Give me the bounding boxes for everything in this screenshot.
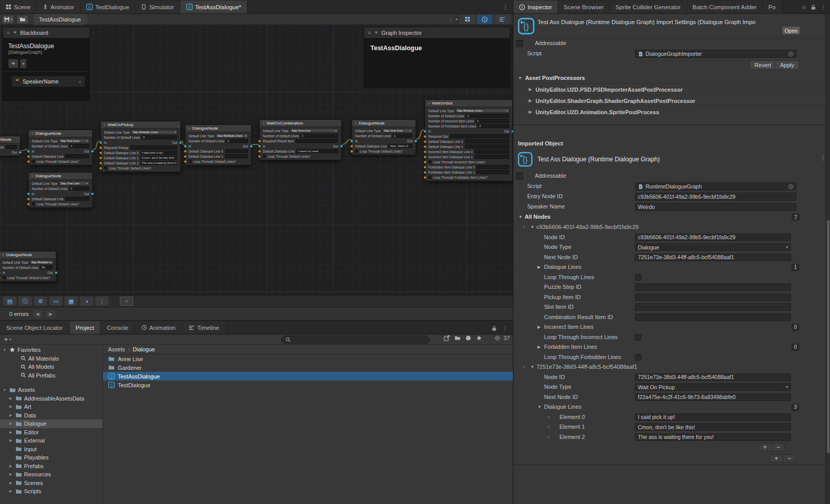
text-field[interactable]: 7251e73e-38d3-44ff-a8c5-bcf54088aaf1 <box>635 254 791 261</box>
node-checkbox[interactable] <box>355 150 358 153</box>
tree-folder-art[interactable]: ▶Art <box>0 403 102 411</box>
text-field[interactable] <box>635 283 791 291</box>
graph-node-dialoguenode[interactable]: ≡DialogueNodeDefault Line TypeSay Multip… <box>185 124 252 165</box>
string-port-icon[interactable] <box>99 146 102 149</box>
inspector-tab-po[interactable]: Po <box>763 1 782 13</box>
string-port-icon[interactable] <box>424 135 426 138</box>
node-text-field[interactable] <box>65 197 89 201</box>
foldout-arrow-icon[interactable]: ▼ <box>537 405 542 409</box>
string-port-icon[interactable] <box>424 171 426 174</box>
string-port-icon[interactable] <box>424 176 426 179</box>
package-filter-icon[interactable] <box>465 335 471 341</box>
node-text-field[interactable] <box>476 165 509 169</box>
kebab-menu-icon[interactable]: ⋮ <box>503 4 513 13</box>
blackboard-panel[interactable]: ≡ ▼ Blackboard TestAssDialogue (Dialogue… <box>3 27 90 101</box>
text-field[interactable] <box>635 293 791 301</box>
node-text-field[interactable]: 2 <box>478 124 509 128</box>
foldout-arrow-icon[interactable]: ▼ <box>2 348 7 352</box>
string-port-icon[interactable] <box>27 203 30 205</box>
output-port-icon[interactable] <box>55 271 57 274</box>
string-port-icon[interactable] <box>424 151 426 153</box>
graph-inspector-panel[interactable]: ≡ ▼ Graph Inspector TestAssDialogue <box>364 27 510 88</box>
array-size-field[interactable]: 0 <box>792 344 799 351</box>
hidden-items-toggle[interactable]: 37 <box>494 335 510 341</box>
node-title-bar[interactable]: ≡WaitOnCombination <box>260 120 341 127</box>
node-dropdown[interactable]: Say Multiple Lines▾ <box>216 134 248 138</box>
load-graph-button[interactable] <box>16 15 29 24</box>
string-port-icon[interactable] <box>184 155 186 158</box>
foldout-arrow-icon[interactable]: ▼ <box>530 365 534 369</box>
blackboard-header[interactable]: ≡ ▼ Blackboard <box>3 27 89 38</box>
add-element-button[interactable]: + <box>759 444 772 451</box>
node-checkbox[interactable] <box>104 166 107 170</box>
save-graph-button[interactable]: ▾ <box>2 15 14 24</box>
string-port-icon[interactable] <box>99 157 102 159</box>
graph-canvas[interactable]: ≡ ▼ Blackboard TestAssDialogue (Dialogue… <box>0 25 513 295</box>
graph-node-waitonpickup[interactable]: ≡WaitOnPickupDefault Line TypeSay Multip… <box>100 121 181 172</box>
inspector-tab-scene-browser[interactable]: Scene Browser <box>558 1 610 13</box>
file-row-gardener[interactable]: Gardener <box>103 363 513 372</box>
input-port-icon[interactable] <box>0 271 1 274</box>
string-port-icon[interactable] <box>258 150 261 153</box>
foldout-arrow-icon[interactable]: ▶ <box>8 481 13 485</box>
output-port-icon[interactable] <box>91 150 94 153</box>
graph-node-dialoguenode[interactable]: ≡DialogueNodeDefault Line TypeSay One Li… <box>351 119 416 155</box>
graph-node-waitoncombination[interactable]: ≡WaitOnCombinationDefault Line TypeSay O… <box>259 119 342 160</box>
node-title-bar[interactable]: ≡WaitOnPickup <box>101 121 180 129</box>
output-port-icon[interactable] <box>414 140 417 142</box>
info-toggle-button[interactable]: ⓘ <box>18 297 32 306</box>
remove-element-button[interactable]: − <box>772 444 785 451</box>
node-text-field[interactable]: I need my reed <box>296 149 338 153</box>
tree-folder-input[interactable]: Input <box>0 445 102 454</box>
element-text-field[interactable]: Cmon, don't be like this! <box>635 423 791 431</box>
node-dropdown[interactable]: Say One Line▾ <box>382 129 412 133</box>
file-row-testassdialogue[interactable]: {}TestAssDialogue <box>103 372 513 381</box>
node-dropdown[interactable]: Say Multiple Lines▾ <box>131 130 177 134</box>
node-text-field[interactable] <box>450 134 509 138</box>
node-checkbox[interactable] <box>32 202 35 205</box>
node-checkbox[interactable] <box>263 155 266 158</box>
foldout-arrow-icon[interactable]: ▶ <box>8 405 13 409</box>
object-picker-icon[interactable] <box>788 51 794 57</box>
foldout-arrow-icon[interactable]: ▶ <box>8 413 13 417</box>
favorites-filter-icon[interactable] <box>476 335 482 341</box>
node-text-field[interactable]: Cmon, don't be like this! <box>140 156 177 160</box>
node-text-field[interactable] <box>465 139 509 143</box>
remove-element-button[interactable]: − <box>783 455 796 462</box>
node-text-field[interactable] <box>225 154 248 158</box>
add-element-button[interactable]: + <box>770 455 783 462</box>
node-text-field[interactable] <box>225 149 248 153</box>
file-row-testdialogue[interactable]: {}TestDialogue <box>103 381 513 389</box>
node-text-field[interactable]: 1 <box>392 134 412 138</box>
contrast-toggle-button[interactable]: ◑ <box>80 297 93 306</box>
window-tab-scene[interactable]: Scene <box>0 1 37 13</box>
window-tab-animator[interactable]: Animator <box>37 1 80 13</box>
foldout-arrow-icon[interactable]: ▼ <box>2 388 7 392</box>
string-port-icon[interactable] <box>350 150 353 153</box>
string-port-icon[interactable] <box>258 140 261 142</box>
drag-handle-icon[interactable]: = <box>547 434 549 439</box>
info-button[interactable] <box>477 15 492 24</box>
script-object-field[interactable]: RuntimeDialogueGraph <box>635 182 797 191</box>
tree-folder-addressableassetsdata[interactable]: ▶AddressableAssetsData <box>0 394 102 403</box>
collapse-arrow-icon[interactable]: ▼ <box>374 30 378 35</box>
node-checkbox[interactable] <box>189 160 192 163</box>
node-checkbox[interactable] <box>32 160 35 163</box>
minimap-button[interactable] <box>460 15 475 24</box>
postprocessor-item[interactable]: ▶UnityEditor.ShaderGraph.ShaderGraphAsse… <box>513 95 830 106</box>
node-dropdown[interactable]: Say One Line▾ <box>290 129 338 133</box>
node-dropdown[interactable]: Say One Line▾ <box>59 181 89 185</box>
node-checkbox[interactable] <box>428 176 431 179</box>
foldout-arrow-icon[interactable]: ▶ <box>8 396 13 401</box>
property-checkbox[interactable] <box>635 334 641 341</box>
tree-folder-playables[interactable]: Playables <box>0 453 102 462</box>
tree-folder-dialogue[interactable]: ▶Dialogue <box>0 419 102 428</box>
foldout-arrow-icon[interactable]: ▶ <box>537 345 541 349</box>
foldout-arrow-icon[interactable]: ▶ <box>8 438 13 443</box>
revert-button[interactable]: Revert <box>750 60 776 70</box>
graph-node-dialoguenode[interactable]: ≡DialogueNodeDefault Line TypeSay One Li… <box>28 172 93 208</box>
input-port-icon[interactable] <box>99 141 102 144</box>
postprocessor-item[interactable]: ▶UnityEditor.U2D.PSD.PSDImporterAssetPos… <box>513 83 830 95</box>
tree-favorite-item[interactable]: All Prefabs <box>0 371 102 380</box>
panel-tab-animation[interactable]: Animation <box>135 321 182 334</box>
